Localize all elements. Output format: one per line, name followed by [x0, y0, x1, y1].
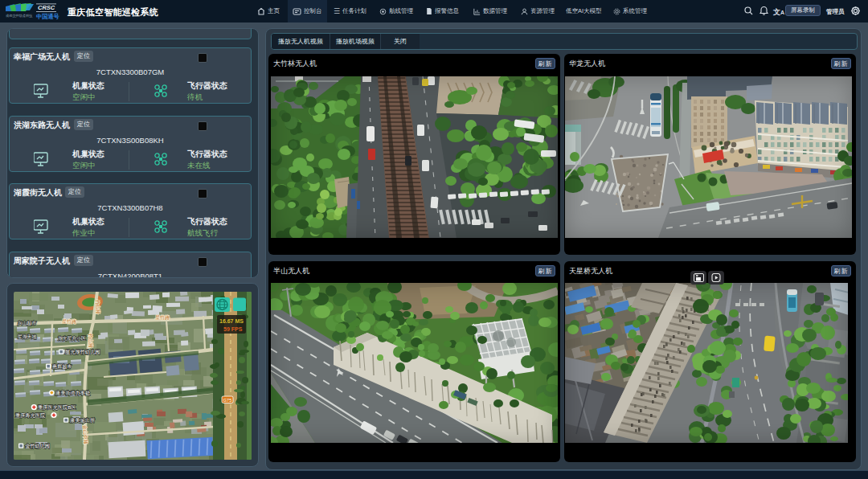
svg-text:康美派出所: 康美派出所 — [70, 417, 96, 424]
svg-text:金竹幼儿园: 金竹幼儿园 — [25, 443, 50, 449]
svg-text:中国通号: 中国通号 — [36, 13, 60, 20]
svg-text:星湖天地: 星湖天地 — [18, 334, 36, 339]
svg-text:康美街道办事处: 康美街道办事处 — [55, 390, 90, 396]
svg-text:屋光厚竹幼儿园: 屋光厚竹幼儿园 — [65, 349, 100, 355]
svg-text:G75: G75 — [223, 398, 231, 403]
svg-text:16.67 MS: 16.67 MS — [219, 318, 244, 324]
svg-text:星竹路: 星竹路 — [155, 315, 170, 321]
svg-text:惠辉超市: 惠辉超市 — [51, 363, 72, 370]
svg-text:湖光星舟小区: 湖光星舟小区 — [58, 335, 86, 342]
svg-text:59 FPS: 59 FPS — [223, 326, 243, 332]
svg-text:CRSC: CRSC — [38, 4, 55, 11]
svg-text:兴山超市: 兴山超市 — [18, 321, 36, 326]
svg-text:星竹路: 星竹路 — [62, 319, 76, 325]
svg-text:重庆医光医院B区: 重庆医光医院B区 — [38, 404, 76, 411]
svg-text:成都交控轨道科技: 成都交控轨道科技 — [6, 14, 33, 18]
svg-text:重庆寿光医院: 重庆寿光医院 — [15, 412, 46, 419]
